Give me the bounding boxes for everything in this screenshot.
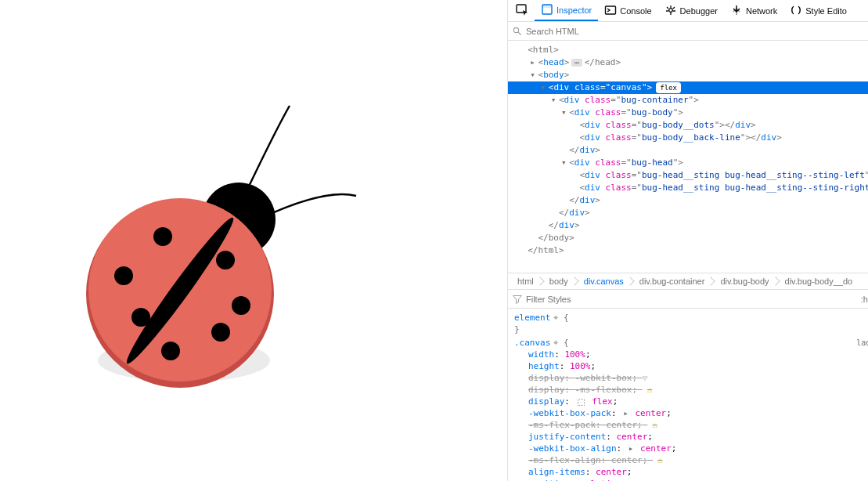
dom-node[interactable]: ▾<div class="canvas">flex [508, 81, 868, 94]
tab-label: Inspector [556, 5, 592, 15]
css-declaration[interactable]: height: 100%; [514, 360, 868, 372]
dom-node[interactable]: </html> [508, 244, 868, 257]
page-preview [0, 0, 507, 481]
css-declaration[interactable]: width: 100%; [514, 349, 868, 360]
styles-filter-bar: :hov .cls + [508, 290, 868, 309]
rule-source[interactable]: lady-bug.sc [856, 337, 868, 349]
expand-icon[interactable]: ▸ [628, 443, 634, 454]
network-icon [730, 4, 743, 18]
warning-icon: ⚠ [647, 385, 653, 395]
dom-node[interactable]: ▸<head>⋯</head> [508, 56, 868, 69]
flex-swatch-icon[interactable] [578, 399, 585, 406]
dom-node[interactable]: <div class="bug-body__back-line"></div> [508, 132, 868, 144]
breadcrumb-item[interactable]: div.bug-body [711, 275, 775, 288]
dom-search-input[interactable] [526, 27, 868, 36]
search-icon [513, 27, 522, 36]
dom-node[interactable]: ▾<div class="bug-container"> [508, 94, 868, 107]
tab-network[interactable]: Network [724, 0, 783, 21]
css-declaration[interactable]: display: -ms-flexbox; ⚠ [514, 384, 868, 396]
style edito-icon [790, 4, 802, 18]
breadcrumb-item[interactable]: div.bug-body__do [776, 275, 859, 288]
target-icon: ⌖ [553, 313, 558, 323]
breadcrumb-item[interactable]: div.canvas [574, 275, 630, 288]
tab-label: Debugger [680, 6, 718, 16]
pseudo-hover-toggle[interactable]: :hov [861, 295, 868, 304]
css-declaration[interactable]: -webkit-box-pack: ▸ center; [514, 407, 868, 419]
svg-point-6 [114, 266, 133, 285]
target-icon: ⌖ [553, 338, 558, 348]
css-declaration[interactable]: position: relative; [514, 478, 868, 481]
debugger-icon [665, 4, 677, 18]
expand-icon[interactable]: ▸ [623, 408, 628, 418]
console-icon [604, 4, 617, 18]
warning-icon: ⚠ [652, 420, 657, 430]
tab-label: Network [746, 6, 777, 16]
tab-inspector[interactable]: Inspector [535, 0, 598, 21]
css-rules-panel[interactable]: element⌖ {in}.canvas⌖ {lady-bug.scwidth:… [508, 309, 868, 481]
dom-node[interactable]: <div class="bug-body__dots"></div> [508, 119, 868, 132]
dom-node[interactable]: ▾<div class="bug-body"> [508, 107, 868, 119]
tab-style-edito[interactable]: Style Edito [783, 0, 853, 21]
css-declaration[interactable]: align-items: center; [514, 466, 868, 478]
element-picker-icon [516, 4, 528, 16]
css-declaration[interactable]: -ms-flex-align: center; ⚠ [514, 454, 868, 466]
styles-filter-input[interactable] [526, 295, 861, 304]
css-declaration[interactable]: -webkit-box-align: ▸ center; [514, 443, 868, 454]
filter-icon: ▽ [643, 373, 648, 383]
dom-tree[interactable]: <html> ▸<head>⋯</head> ▾<body> ▾<div cla… [508, 41, 868, 273]
breadcrumb-bar: htmlbodydiv.canvasdiv.bug-containerdiv.b… [508, 273, 868, 290]
breadcrumb-item[interactable]: div.bug-container [630, 275, 711, 288]
svg-point-11 [211, 323, 230, 342]
tab-console[interactable]: Console [598, 0, 657, 21]
brace-open: { [564, 338, 569, 348]
devtools-panel: InspectorConsoleDebuggerNetworkStyle Edi… [507, 0, 868, 481]
dom-node[interactable]: <div class="bug-head__sting bug-head__st… [508, 182, 868, 194]
css-declaration[interactable]: display: -webkit-box; ▽ [514, 372, 868, 384]
dom-node[interactable]: </div> [508, 207, 868, 219]
dom-node[interactable]: </body> [508, 232, 868, 244]
breadcrumb-item[interactable]: body [540, 275, 574, 288]
dom-search-bar [508, 22, 868, 41]
svg-point-10 [232, 296, 250, 315]
svg-point-5 [153, 227, 172, 246]
rule-selector[interactable]: element [514, 313, 550, 323]
css-declaration[interactable]: -ms-flex-pack: center; ⚠ [514, 419, 868, 431]
dom-node[interactable]: <div class="bug-head__sting bug-head__st… [508, 169, 868, 182]
breadcrumb-item[interactable]: html [508, 275, 540, 288]
filter-icon [513, 295, 522, 304]
dom-node[interactable]: </div> [508, 144, 868, 157]
dom-node[interactable]: ▾<div class="bug-head"> [508, 157, 868, 169]
svg-rect-14 [542, 5, 552, 8]
svg-line-18 [518, 31, 521, 34]
css-rule[interactable]: element⌖ {in} [514, 312, 868, 335]
brace-close: } [514, 324, 868, 335]
inspector-icon [541, 3, 553, 17]
css-declaration[interactable]: display: flex; [514, 396, 868, 407]
css-rule[interactable]: .canvas⌖ {lady-bug.scwidth: 100%;height:… [514, 337, 868, 481]
rule-selector[interactable]: .canvas [514, 338, 550, 348]
tab-debugger[interactable]: Debugger [658, 0, 724, 21]
warning-icon: ⚠ [657, 455, 663, 465]
svg-point-9 [216, 251, 235, 269]
svg-point-17 [513, 27, 518, 32]
svg-point-7 [131, 308, 150, 327]
brace-open: { [564, 313, 569, 323]
dom-node[interactable]: ▾<body> [508, 69, 868, 81]
dom-node[interactable]: </div> [508, 194, 868, 207]
css-declaration[interactable]: justify-content: center; [514, 431, 868, 443]
dom-node[interactable]: <html> [508, 44, 868, 56]
ladybug-icon [47, 86, 376, 415]
element-picker-button[interactable] [513, 1, 531, 21]
tab-label: Style Edito [805, 6, 847, 16]
devtools-toolbar: InspectorConsoleDebuggerNetworkStyle Edi… [508, 0, 868, 22]
svg-point-8 [161, 342, 180, 360]
tab-label: Console [620, 6, 651, 16]
svg-point-16 [668, 8, 672, 12]
dom-node[interactable]: </div> [508, 219, 868, 232]
